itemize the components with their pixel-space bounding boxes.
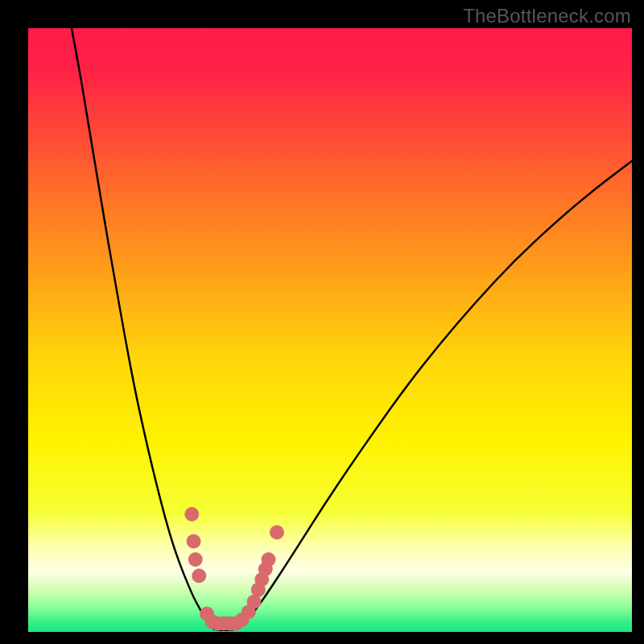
marker-dots — [184, 507, 284, 631]
plot-area — [28, 28, 632, 632]
bottleneck-curve-right — [237, 161, 632, 629]
marker-dot — [188, 552, 203, 567]
chart-frame: TheBottleneck.com — [0, 0, 644, 644]
marker-dot — [192, 568, 206, 583]
marker-dot — [262, 552, 276, 567]
marker-dot — [184, 507, 199, 522]
bottleneck-curves — [72, 28, 632, 630]
marker-dot — [270, 525, 284, 539]
curve-layer — [28, 28, 632, 632]
watermark-label: TheBottleneck.com — [463, 5, 631, 27]
marker-dot — [187, 535, 201, 549]
